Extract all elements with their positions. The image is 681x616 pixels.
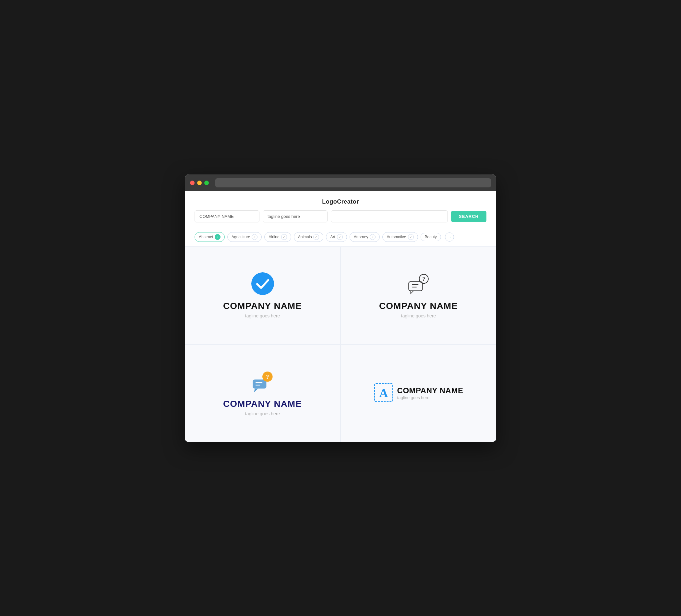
svg-marker-4 xyxy=(410,290,413,293)
logo2-tagline: tagline goes here xyxy=(401,313,436,318)
attorney-check-icon: ✓ xyxy=(370,234,376,240)
browser-window: LogoCreator SEARCH Abstract ✓ Agricultur… xyxy=(185,174,496,442)
app-title: LogoCreator xyxy=(185,191,496,210)
category-animals[interactable]: Animals ✓ xyxy=(294,232,324,242)
automotive-label: Automotive xyxy=(386,235,406,239)
svg-marker-10 xyxy=(254,388,258,392)
url-bar[interactable] xyxy=(215,178,491,187)
art-check-icon: ✓ xyxy=(337,234,343,240)
blue-checkmark-icon xyxy=(251,272,274,296)
logo-card-4[interactable]: A COMPANY NAME tagline goes here xyxy=(341,344,496,442)
airline-check-icon: ✓ xyxy=(281,234,287,240)
abstract-label: Abstract xyxy=(199,235,213,239)
category-airline[interactable]: Airline ✓ xyxy=(264,232,291,242)
search-button[interactable]: SEARCH xyxy=(451,211,486,222)
art-label: Art xyxy=(330,235,335,239)
logo1-tagline: tagline goes here xyxy=(245,313,280,318)
logo4-company-name: COMPANY NAME xyxy=(397,386,463,395)
logo3-tagline: tagline goes here xyxy=(245,411,280,416)
agriculture-label: Agriculture xyxy=(231,235,250,239)
tagline-input[interactable] xyxy=(263,210,328,223)
logo1-company-name: COMPANY NAME xyxy=(223,301,302,311)
logo2-company-name: COMPANY NAME xyxy=(379,301,458,311)
category-next-button[interactable]: → xyxy=(445,232,454,241)
logo-card-1[interactable]: COMPANY NAME tagline goes here xyxy=(185,247,340,344)
close-button-icon[interactable] xyxy=(190,181,195,185)
animals-check-icon: ✓ xyxy=(313,234,319,240)
logo3-company-name: COMPANY NAME xyxy=(223,399,302,409)
category-bar: Abstract ✓ Agriculture ✓ Airline ✓ Anima… xyxy=(185,229,496,247)
logo-card-3[interactable]: ? COMPANY NAME tagline goes here xyxy=(185,344,340,442)
agriculture-check-icon: ✓ xyxy=(252,234,257,240)
minimize-button-icon[interactable] xyxy=(197,181,202,185)
letter-a-logo-container: A COMPANY NAME tagline goes here xyxy=(374,383,463,404)
extra-search-input[interactable] xyxy=(331,210,448,223)
category-art[interactable]: Art ✓ xyxy=(326,232,347,242)
browser-titlebar xyxy=(185,174,496,191)
category-beauty[interactable]: Beauty xyxy=(421,233,441,241)
logo4-text-container: COMPANY NAME tagline goes here xyxy=(397,386,463,400)
chat-question-bw-icon: ? xyxy=(407,272,430,296)
abstract-check-icon: ✓ xyxy=(215,234,221,240)
svg-text:A: A xyxy=(379,386,388,400)
animals-label: Animals xyxy=(298,235,312,239)
company-name-input[interactable] xyxy=(195,210,259,223)
svg-point-0 xyxy=(251,272,274,295)
letter-a-box-icon: A xyxy=(374,383,393,404)
logo4-tagline: tagline goes here xyxy=(397,395,463,400)
logo-grid: COMPANY NAME tagline goes here ? xyxy=(185,247,496,442)
category-automotive[interactable]: Automotive ✓ xyxy=(382,232,418,242)
category-agriculture[interactable]: Agriculture ✓ xyxy=(227,232,262,242)
svg-rect-1 xyxy=(409,281,422,290)
app-content: LogoCreator SEARCH Abstract ✓ Agricultur… xyxy=(185,191,496,442)
search-bar: SEARCH xyxy=(185,210,496,229)
maximize-button-icon[interactable] xyxy=(204,181,209,185)
automotive-check-icon: ✓ xyxy=(408,234,414,240)
svg-rect-7 xyxy=(253,379,266,388)
chat-question-color-icon: ? xyxy=(251,370,274,394)
svg-text:?: ? xyxy=(266,373,269,380)
airline-label: Airline xyxy=(269,235,279,239)
category-attorney[interactable]: Attorney ✓ xyxy=(350,232,380,242)
beauty-label: Beauty xyxy=(425,235,437,239)
logo-card-2[interactable]: ? COMPANY NAME tagline goes here xyxy=(341,247,496,344)
attorney-label: Attorney xyxy=(354,235,369,239)
svg-text:?: ? xyxy=(422,276,425,282)
category-abstract[interactable]: Abstract ✓ xyxy=(195,232,225,242)
